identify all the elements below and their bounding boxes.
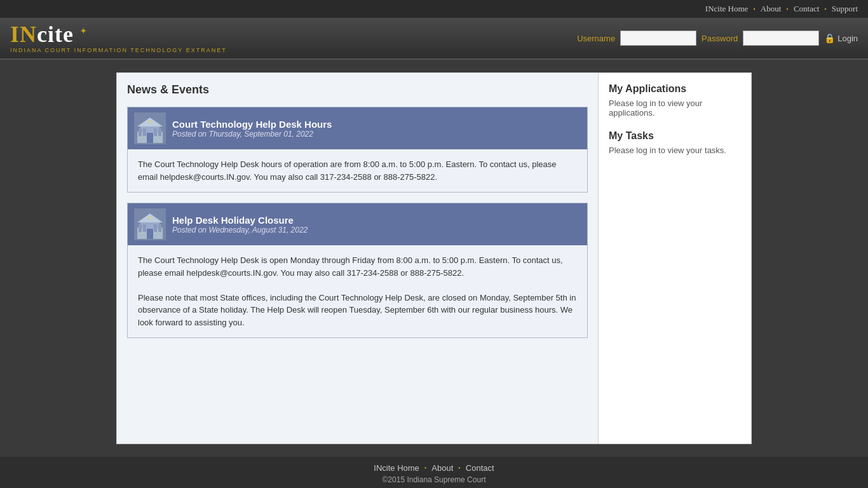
my-tasks-title: My Tasks: [609, 130, 741, 142]
password-input[interactable]: [743, 30, 819, 46]
svg-rect-16: [143, 224, 146, 232]
main-container: News & Events: [116, 72, 752, 444]
news-item-2-header: Help Desk Holiday Closure Posted on Wedn…: [128, 203, 587, 245]
svg-rect-17: [154, 224, 157, 232]
topnav-about[interactable]: About: [761, 4, 782, 14]
footer-links: INcite Home • About • Contact: [0, 463, 868, 473]
svg-point-19: [149, 216, 151, 219]
footer: INcite Home • About • Contact ©2015 Indi…: [0, 457, 868, 488]
topnav-dot-2: •: [786, 6, 789, 13]
topnav-contact[interactable]: Contact: [794, 4, 819, 14]
sidebar: My Applications Please log in to view yo…: [599, 73, 751, 444]
logo-in: IN: [10, 22, 37, 47]
main-wrapper: News & Events: [0, 60, 868, 457]
lock-icon: 🔒: [824, 33, 835, 43]
logo: INcite ✦: [10, 23, 227, 46]
svg-rect-15: [139, 224, 142, 232]
svg-rect-14: [147, 229, 153, 239]
news-item-1-date: Posted on Thursday, September 01, 2022: [172, 130, 332, 139]
top-navigation: INcite Home • About • Contact • Support: [0, 0, 868, 18]
news-item-1-title: Court Technology Help Desk Hours: [172, 119, 332, 130]
news-item-2-date: Posted on Wednesday, August 31, 2022: [172, 226, 308, 234]
news-item-2-title-block: Help Desk Holiday Closure Posted on Wedn…: [172, 215, 308, 234]
footer-contact[interactable]: Contact: [466, 463, 494, 473]
username-input[interactable]: [620, 30, 696, 46]
svg-rect-5: [139, 128, 142, 136]
logo-subtitle: Indiana Court Information Technology Ext…: [10, 47, 227, 53]
news-section-title: News & Events: [127, 83, 588, 97]
topnav-dot-3: •: [824, 6, 827, 13]
footer-copyright: ©2015 Indiana Supreme Court: [0, 475, 868, 484]
svg-rect-6: [143, 128, 146, 136]
login-button[interactable]: 🔒 Login: [824, 33, 858, 43]
svg-rect-8: [158, 128, 161, 136]
news-item-1-thumbnail: [134, 112, 166, 144]
logo-star-icon: ✦: [80, 27, 87, 36]
svg-point-9: [149, 120, 151, 123]
logo-area: INcite ✦ Indiana Court Information Techn…: [10, 23, 227, 53]
my-tasks-text: Please log in to view your tasks.: [609, 146, 741, 155]
news-item-2: Help Desk Holiday Closure Posted on Wedn…: [127, 203, 588, 338]
news-item-2-thumbnail: [134, 208, 166, 240]
news-item-1: Court Technology Help Desk Hours Posted …: [127, 107, 588, 193]
news-item-2-body: The Court Technology Help Desk is open M…: [128, 245, 587, 337]
footer-dot-2: •: [458, 464, 461, 471]
login-area: Username Password 🔒 Login: [577, 30, 858, 46]
news-item-1-body: The Court Technology Help Desk hours of …: [128, 149, 587, 192]
news-item-2-title: Help Desk Holiday Closure: [172, 215, 308, 226]
footer-incite-home[interactable]: INcite Home: [374, 463, 419, 473]
logo-cite: cite: [37, 22, 74, 47]
svg-rect-4: [147, 133, 153, 143]
news-section: News & Events: [117, 73, 599, 444]
svg-rect-18: [158, 224, 161, 232]
password-label: Password: [702, 34, 738, 43]
topnav-dot-1: •: [753, 6, 756, 13]
topnav-incite-home[interactable]: INcite Home: [705, 4, 749, 14]
topnav-support[interactable]: Support: [832, 4, 858, 14]
footer-dot-1: •: [424, 464, 427, 471]
my-applications-title: My Applications: [609, 83, 741, 95]
news-item-1-title-block: Court Technology Help Desk Hours Posted …: [172, 119, 332, 139]
my-applications-text: Please log in to view your applications.: [609, 98, 741, 118]
username-label: Username: [577, 34, 615, 43]
news-item-1-header: Court Technology Help Desk Hours Posted …: [128, 107, 587, 149]
header: INcite ✦ Indiana Court Information Techn…: [0, 18, 868, 60]
login-label: Login: [837, 34, 858, 43]
svg-rect-7: [154, 128, 157, 136]
footer-about[interactable]: About: [431, 463, 453, 473]
